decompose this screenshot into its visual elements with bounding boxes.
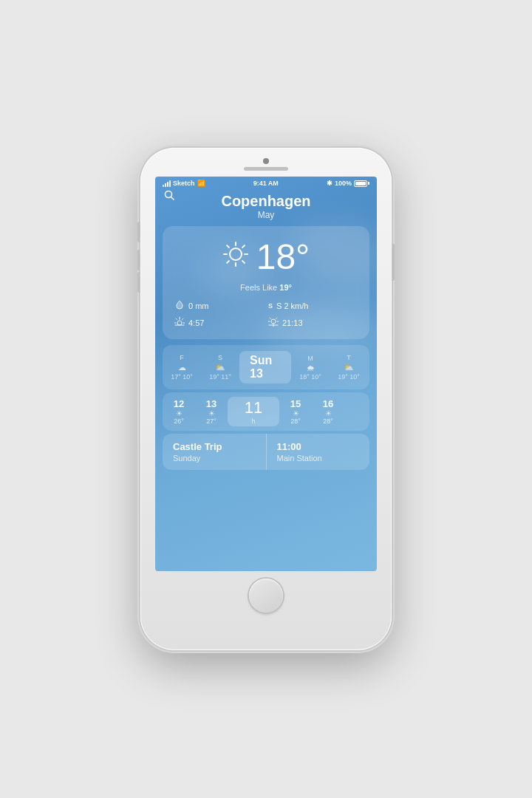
temp-row: 18°	[174, 236, 358, 277]
day-saturday[interactable]: S ⛅ 19° 11°	[201, 351, 239, 383]
day-sunday-active[interactable]: Sun 13	[239, 351, 291, 383]
wind-direction: S	[268, 302, 273, 310]
sunrise-value: 4:57	[188, 318, 204, 327]
day-monday[interactable]: M 🌧 18° 10°	[291, 352, 330, 383]
rain-icon	[174, 299, 185, 312]
wind-row: S S 2 km/h	[268, 299, 358, 312]
bluetooth-icon: ✱	[327, 180, 332, 187]
hour-13[interactable]: 13 ☀ 27°	[195, 397, 228, 426]
status-right: ✱ 100%	[327, 180, 369, 187]
city-header: Copenhagen May	[163, 190, 369, 220]
day-friday[interactable]: F ☁ 17° 10°	[163, 351, 201, 383]
svg-line-7	[227, 245, 229, 248]
hour-16[interactable]: 16 ☀ 28°	[312, 397, 344, 426]
sunrise-row: 4:57	[174, 316, 264, 329]
phone-top	[140, 148, 392, 171]
precipitation-value: 0 mm	[188, 301, 209, 310]
status-bar: Sketch 📶 9:41 AM ✱ 100%	[155, 177, 377, 190]
svg-line-1	[171, 197, 174, 200]
carrier-label: Sketch	[173, 180, 195, 187]
search-icon[interactable]	[164, 190, 174, 202]
sunrise-icon	[174, 316, 185, 329]
wifi-icon: 📶	[197, 180, 205, 187]
svg-line-10	[227, 261, 229, 263]
svg-point-18	[271, 319, 276, 324]
city-month: May	[163, 210, 369, 220]
home-button[interactable]	[249, 579, 283, 613]
screen: Sketch 📶 9:41 AM ✱ 100%	[155, 177, 377, 571]
svg-line-22	[270, 318, 271, 319]
hour-12[interactable]: 12 ☀ 26°	[163, 397, 195, 426]
weather-card: 18° Feels Like 19° 0 mm	[163, 226, 369, 339]
svg-line-16	[183, 318, 184, 320]
feels-like-temp: 19°	[279, 283, 292, 292]
svg-line-9	[242, 245, 245, 248]
event-time: 11:00	[277, 441, 360, 452]
days-row: F ☁ 17° 10° S ⛅ 19° 11° Sun 13	[163, 351, 369, 383]
battery-percentage: 100%	[335, 180, 352, 187]
svg-point-11	[177, 321, 182, 325]
weather-details: 0 mm S S 2 km/h	[174, 299, 358, 329]
sunset-row: 21:13	[268, 316, 358, 329]
city-name: Copenhagen	[163, 193, 369, 210]
app-content: Copenhagen May	[155, 190, 377, 470]
time-label: 9:41 AM	[253, 180, 279, 187]
day-tuesday[interactable]: T ⛅ 19° 10°	[330, 351, 368, 383]
event-subtitle: Sunday	[173, 454, 256, 463]
sunset-icon	[268, 316, 279, 329]
event-location: Main Station	[277, 454, 360, 463]
camera	[263, 158, 269, 164]
battery-icon	[354, 180, 369, 187]
day-wednesday[interactable]: W	[368, 360, 369, 375]
svg-line-15	[176, 318, 177, 320]
signal-bars	[163, 180, 171, 187]
sun-icon	[222, 241, 249, 273]
wind-value: S 2 km/h	[276, 301, 308, 310]
temperature: 18°	[256, 236, 310, 277]
event-title: Castle Trip	[173, 441, 256, 452]
phone-frame: Sketch 📶 9:41 AM ✱ 100%	[140, 148, 392, 650]
precipitation-row: 0 mm	[174, 299, 264, 312]
svg-line-23	[276, 318, 278, 319]
day-selector: F ☁ 17° 10° S ⛅ 19° 11° Sun 13	[163, 345, 369, 389]
hour-15[interactable]: 15 ☀ 28°	[279, 397, 312, 426]
hours-row: 12 ☀ 26° 13 ☀ 27° 11 h 15 ☀	[163, 392, 369, 431]
hour-11-active[interactable]: 11 h	[228, 397, 279, 426]
event-left: Castle Trip Sunday	[163, 434, 267, 470]
svg-line-8	[242, 261, 245, 263]
status-left: Sketch 📶	[163, 180, 205, 187]
event-card[interactable]: Castle Trip Sunday 11:00 Main Station	[163, 434, 369, 470]
svg-point-2	[230, 248, 242, 260]
event-right: 11:00 Main Station	[267, 434, 370, 470]
sunset-value: 21:13	[282, 318, 303, 327]
speaker	[244, 167, 288, 171]
feels-like: Feels Like 19°	[174, 283, 358, 292]
